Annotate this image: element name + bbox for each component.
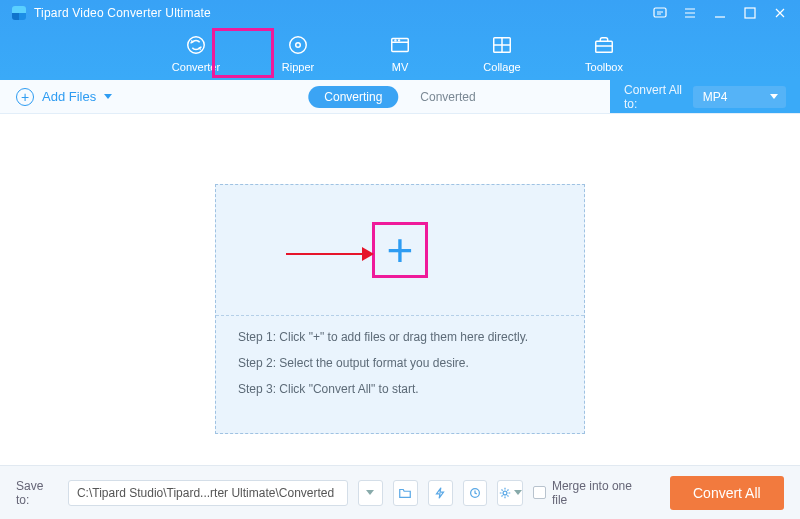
chevron-down-icon [104,94,112,99]
add-files-big-plus[interactable]: + [372,222,428,278]
titlebar: Tipard Video Converter Ultimate [0,0,800,26]
ripper-icon [286,33,310,57]
tab-toolbox[interactable]: Toolbox [576,26,632,80]
plus-icon: + [387,227,414,273]
tab-mv-label: MV [392,61,409,73]
segment-converted[interactable]: Converted [404,86,491,108]
segment-control: Converting Converted [308,86,491,108]
tab-mv[interactable]: MV [372,26,428,80]
settings-button[interactable] [497,480,523,506]
plus-circle-icon [16,88,34,106]
gpu-accel-button[interactable] [428,480,453,506]
svg-rect-9 [596,41,613,52]
svg-point-6 [395,40,396,41]
annotation-arrow [286,247,374,261]
tab-ripper-label: Ripper [282,61,314,73]
step-1-text: Step 1: Click "+" to add files or drag t… [238,330,562,344]
save-path-dropdown[interactable] [358,480,383,506]
svg-point-3 [290,37,307,54]
add-files-label: Add Files [42,89,96,104]
tab-toolbox-label: Toolbox [585,61,623,73]
toolbar: Add Files Converting Converted Convert A… [0,80,800,114]
convert-all-button[interactable]: Convert All [670,476,784,510]
svg-point-11 [504,491,508,495]
save-path-value: C:\Tipard Studio\Tipard...rter Ultimate\… [77,486,334,500]
main-area: + Step 1: Click "+" to add files or drag… [0,114,800,465]
output-format-select[interactable]: MP4 [693,86,786,108]
tab-ripper[interactable]: Ripper [270,26,326,80]
feedback-icon[interactable] [652,5,668,21]
merge-label: Merge into one file [552,479,646,507]
app-title: Tipard Video Converter Ultimate [34,6,211,20]
chevron-down-icon [514,490,522,495]
chevron-down-icon [770,94,778,99]
segment-converting-label: Converting [324,90,382,104]
add-files-button[interactable]: Add Files [16,88,112,106]
dropzone-top: + [216,185,584,315]
chevron-down-icon [366,490,374,495]
step-3-text: Step 3: Click "Convert All" to start. [238,382,562,396]
close-button[interactable] [772,5,788,21]
open-folder-button[interactable] [393,480,418,506]
save-to-label: Save to: [16,479,58,507]
svg-point-2 [188,37,205,54]
svg-point-7 [399,40,400,41]
minimize-button[interactable] [712,5,728,21]
svg-rect-1 [745,8,755,18]
collage-icon [490,33,514,57]
convert-all-button-label: Convert All [693,485,761,501]
mv-icon [388,33,412,57]
checkbox-icon [533,486,545,499]
merge-into-one-file[interactable]: Merge into one file [533,479,645,507]
convert-all-to-label: Convert All to: [624,83,685,111]
segment-converted-label: Converted [420,90,475,104]
maximize-button[interactable] [742,5,758,21]
output-format-value: MP4 [703,90,728,104]
app-logo-icon [12,6,26,20]
toolbox-icon [592,33,616,57]
tab-collage-label: Collage [483,61,520,73]
menu-icon[interactable] [682,5,698,21]
dropzone-steps: Step 1: Click "+" to add files or drag t… [216,316,584,410]
converter-icon [184,33,208,57]
high-speed-button[interactable] [463,480,488,506]
svg-point-4 [296,43,301,48]
step-2-text: Step 2: Select the output format you des… [238,356,562,370]
convert-all-to-strip: Convert All to: MP4 [610,80,800,113]
dropzone[interactable]: + Step 1: Click "+" to add files or drag… [215,184,585,434]
footer: Save to: C:\Tipard Studio\Tipard...rter … [0,465,800,519]
tab-collage[interactable]: Collage [474,26,530,80]
window-controls [652,5,788,21]
tab-converter[interactable]: Converter [168,26,224,80]
main-tabs: Converter Ripper MV Collage Toolbox [0,26,800,80]
header: Tipard Video Converter Ultimate Converte… [0,0,800,80]
segment-converting[interactable]: Converting [308,86,398,108]
tab-converter-label: Converter [172,61,220,73]
save-path-field[interactable]: C:\Tipard Studio\Tipard...rter Ultimate\… [68,480,348,506]
